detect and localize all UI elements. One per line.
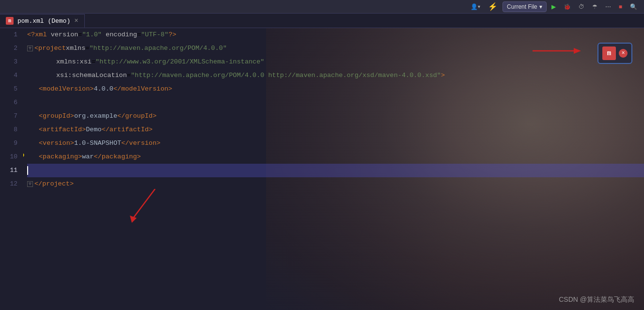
chevron-down-icon: ▾ (539, 3, 542, 10)
tab-m-icon: m (6, 17, 14, 25)
lightning-icon: ⚡ (488, 2, 498, 11)
code-line-2: ▽<project xmlns="http://maven.apache.org… (27, 42, 644, 55)
user-icon: 👤 (471, 3, 478, 10)
stop-icon: ■ (619, 3, 622, 10)
line-num-10: 10 (0, 150, 23, 164)
debug-button[interactable]: 🐞 (561, 1, 574, 12)
line-num-7: 7 (0, 109, 23, 123)
code-line-1: <?xml version="1.0" encoding="UTF-8"?> (27, 28, 644, 42)
code-line-3: xmlns:xsi="http://www.w3.org/2001/XMLSch… (27, 55, 644, 69)
bulb-icon[interactable]: 💡 (23, 150, 26, 164)
code-line-11[interactable] (27, 164, 644, 177)
run-button[interactable]: ▶ (549, 1, 559, 12)
line-num-3: 3 (0, 55, 23, 69)
code-area[interactable]: <?xml version="1.0" encoding="UTF-8"?> ▽… (23, 28, 644, 310)
popup-m-icon: m (602, 46, 616, 60)
coverage-button[interactable]: ☂ (589, 1, 600, 12)
line-num-12: 12 (0, 177, 23, 191)
more-icon: ⋯ (605, 3, 611, 10)
line-num-4: 4 (0, 69, 23, 82)
search-button[interactable]: 🔍 (627, 1, 640, 12)
text-cursor (27, 166, 28, 175)
code-line-4: xsi:schemaLocation="http://maven.apache.… (27, 69, 644, 82)
line-numbers: 1 2 3 4 5 6 7 8 9 10 11 12 (0, 28, 23, 310)
line-num-2: 2 (0, 42, 23, 55)
current-file-label: Current File (507, 3, 537, 10)
code-line-10: 💡 <packaging>war</packaging> (27, 150, 644, 164)
green-action-button[interactable]: ⚡ (485, 1, 501, 12)
stop-button[interactable]: ■ (616, 1, 625, 12)
code-line-6 (27, 96, 644, 109)
line-num-1: 1 (0, 28, 23, 42)
line-num-6: 6 (0, 96, 23, 109)
tabbar: m pom.xml (Demo) × (0, 14, 644, 28)
line-num-5: 5 (0, 82, 23, 96)
user-button[interactable]: 👤 ▾ (468, 1, 483, 12)
user-chevron: ▾ (478, 4, 480, 9)
debug-icon: 🐞 (564, 3, 571, 10)
coverage-icon: ☂ (592, 3, 597, 10)
play-icon: ▶ (551, 3, 556, 10)
tab-close-button[interactable]: × (74, 17, 78, 24)
profile-button[interactable]: ⏱ (576, 1, 587, 12)
current-file-button[interactable]: Current File ▾ (503, 1, 547, 12)
profile-icon: ⏱ (579, 3, 584, 10)
watermark: CSDN @算法菜鸟飞高高 (559, 295, 634, 304)
tab-label: pom.xml (Demo) (17, 17, 70, 25)
code-line-9: <version>1.0-SNAPSHOT</version> (27, 137, 644, 150)
editor: 1 2 3 4 5 6 7 8 9 10 11 12 <?xml version… (0, 28, 644, 310)
code-line-12: ▽</project> (27, 177, 644, 191)
toolbar: 👤 ▾ ⚡ Current File ▾ ▶ 🐞 ⏱ ☂ ⋯ ■ 🔍 (0, 0, 644, 14)
popup-close-button[interactable]: × (619, 49, 628, 58)
maven-popup-widget: m × (597, 43, 632, 64)
code-line-8: <artifactId>Demo</artifactId> (27, 123, 644, 137)
more-button[interactable]: ⋯ (602, 1, 614, 12)
code-line-5: <modelVersion>4.0.0</modelVersion> (27, 82, 644, 96)
line-num-8: 8 (0, 123, 23, 137)
tab-pom-xml[interactable]: m pom.xml (Demo) × (0, 14, 85, 28)
search-icon: 🔍 (630, 3, 637, 10)
line-num-9: 9 (0, 137, 23, 150)
line-num-11: 11 (0, 164, 23, 177)
code-line-7: <groupId>org.example</groupId> (27, 109, 644, 123)
watermark-text: CSDN @算法菜鸟飞高高 (559, 295, 634, 303)
